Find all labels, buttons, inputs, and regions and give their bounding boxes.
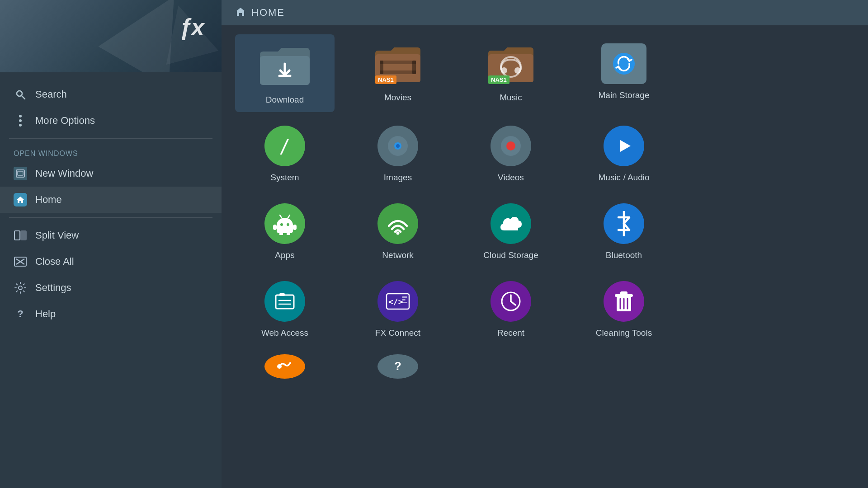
grid-item-system[interactable]: / System: [235, 117, 335, 190]
divider-2: [9, 217, 212, 218]
svg-rect-17: [380, 61, 416, 64]
cleaning-tools-icon: [604, 281, 644, 322]
svg-rect-7: [14, 231, 20, 240]
sidebar-item-help[interactable]: ? Help: [0, 301, 222, 327]
search-label: Search: [35, 89, 67, 100]
svg-point-31: [280, 223, 283, 226]
network-icon: [377, 203, 418, 244]
cleaning-tools-label: Cleaning Tools: [596, 328, 652, 338]
svg-rect-48: [402, 296, 407, 298]
music-label: Music: [500, 93, 522, 103]
system-label: System: [270, 173, 299, 183]
videos-icon: [491, 126, 531, 166]
grid-item-music[interactable]: NAS1 Music: [461, 34, 561, 112]
music-folder-icon: NAS1: [486, 43, 536, 86]
grid-item-recent[interactable]: Recent: [461, 272, 561, 345]
sidebar-item-search[interactable]: Search: [0, 81, 222, 108]
home-icon: [14, 193, 27, 206]
grid-item-music-audio[interactable]: Music / Audio: [574, 117, 674, 190]
svg-text:?: ?: [394, 359, 401, 373]
svg-text:?: ?: [17, 308, 23, 319]
bluetooth-icon: [604, 203, 644, 244]
svg-marker-28: [620, 140, 631, 152]
svg-point-25: [396, 144, 400, 148]
grid-item-main-storage[interactable]: Main Storage: [574, 34, 674, 112]
topbar: HOME: [222, 0, 868, 25]
settings-label: Settings: [35, 282, 71, 294]
network-label: Network: [382, 250, 414, 260]
more-options-label: More Options: [35, 115, 95, 127]
svg-rect-56: [620, 291, 627, 295]
apps-label: Apps: [275, 250, 294, 260]
grid-item-partial-1[interactable]: [235, 350, 335, 386]
music-audio-icon: [604, 126, 644, 166]
system-icon: /: [264, 126, 305, 166]
grid-item-videos[interactable]: Videos: [461, 117, 561, 190]
main-storage-label: Main Storage: [598, 90, 649, 100]
partial-icon-1: [264, 354, 305, 379]
images-icon: [377, 126, 418, 166]
svg-rect-49: [402, 299, 406, 300]
nas-badge-movies: NAS1: [375, 75, 396, 84]
sidebar-nav: Search More Options OPEN WINDOWS New: [0, 72, 222, 336]
grid-item-images[interactable]: Images: [348, 117, 448, 190]
grid-item-apps[interactable]: Apps: [235, 194, 335, 267]
grid-item-partial-2[interactable]: ?: [348, 350, 448, 386]
grid-item-fx-connect[interactable]: </> FX Connect: [348, 272, 448, 345]
svg-rect-50: [402, 302, 407, 303]
sidebar-item-split-view[interactable]: Split View: [0, 222, 222, 249]
svg-line-53: [511, 301, 515, 305]
svg-point-61: [277, 364, 282, 369]
main-content: HOME Download: [222, 0, 868, 488]
grid-item-cleaning-tools[interactable]: Cleaning Tools: [574, 272, 674, 345]
sidebar-header: ƒx: [0, 0, 222, 72]
app-logo: ƒx: [179, 14, 203, 41]
topbar-home-icon: [235, 7, 246, 19]
svg-text:</>: </>: [388, 297, 403, 306]
download-folder-icon: [258, 43, 312, 89]
sidebar-item-more-options[interactable]: More Options: [0, 108, 222, 134]
nas-badge-music: NAS1: [488, 75, 509, 84]
split-view-label: Split View: [35, 230, 79, 241]
svg-point-12: [19, 286, 22, 290]
fx-connect-label: FX Connect: [375, 328, 420, 338]
cloud-storage-icon: [491, 203, 531, 244]
sidebar-item-new-window[interactable]: New Window: [0, 160, 222, 187]
web-access-label: Web Access: [261, 328, 308, 338]
grid-item-network[interactable]: Network: [348, 194, 448, 267]
svg-rect-36: [293, 225, 297, 230]
svg-line-33: [280, 215, 282, 218]
settings-icon: [14, 281, 27, 295]
svg-point-2: [19, 115, 22, 117]
recent-label: Recent: [497, 328, 524, 338]
svg-point-27: [506, 141, 515, 150]
grid-item-web-access[interactable]: Web Access: [235, 272, 335, 345]
svg-rect-30: [277, 224, 293, 233]
help-label: Help: [35, 308, 56, 320]
svg-point-32: [287, 223, 289, 226]
videos-label: Videos: [498, 173, 524, 183]
images-label: Images: [384, 173, 412, 183]
sidebar-item-home[interactable]: Home: [0, 187, 222, 213]
grid-item-movies[interactable]: NAS1 Movies: [348, 34, 448, 112]
music-audio-label: Music / Audio: [599, 173, 650, 183]
movies-folder-icon: NAS1: [373, 43, 423, 86]
partial-icon-2: ?: [377, 354, 418, 379]
movies-label: Movies: [384, 93, 411, 103]
close-all-icon: [14, 255, 27, 268]
web-access-icon: [264, 281, 305, 322]
grid-item-bluetooth[interactable]: Bluetooth: [574, 194, 674, 267]
split-view-icon: [14, 229, 27, 242]
help-icon: ?: [14, 307, 27, 321]
search-icon: [14, 88, 27, 101]
sidebar-item-close-all[interactable]: Close All: [0, 249, 222, 275]
sidebar-item-settings[interactable]: Settings: [0, 275, 222, 301]
svg-rect-42: [276, 295, 294, 309]
sidebar: ƒx Search More Options OPEN WI: [0, 0, 222, 488]
more-options-icon: [14, 114, 27, 127]
grid-item-download[interactable]: Download: [235, 34, 335, 112]
svg-rect-8: [21, 231, 26, 240]
svg-point-39: [396, 232, 400, 235]
grid-item-cloud-storage[interactable]: Cloud Storage: [461, 194, 561, 267]
apps-icon: [264, 203, 305, 244]
